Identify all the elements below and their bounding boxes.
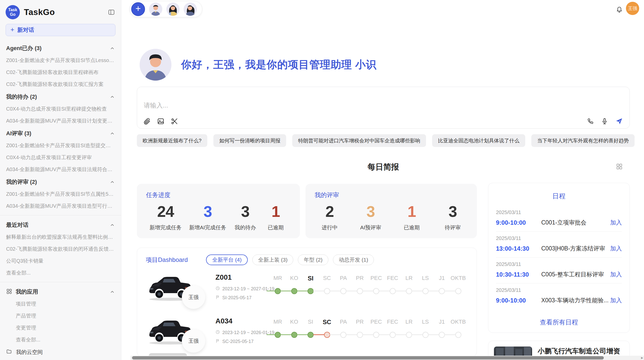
app-link[interactable]: 产品管理 <box>0 310 121 322</box>
sidebar-section-header[interactable]: Agent已办 (3) <box>0 42 121 54</box>
sidebar-task-item[interactable]: A034-全新新能源MUV产品开发项目计划变更表编写 <box>0 115 121 127</box>
sidebar-task-item[interactable]: Z001-全新燃油皮卡产品开发项目SI节点Lesson Learn报告 <box>0 54 121 66</box>
sidebar-section-header[interactable]: 我的待办 (2) <box>0 90 121 103</box>
milestone-connector <box>280 291 292 291</box>
sidebar-task-item[interactable]: Z001-全新燃油轻卡产品开发项目SI造型提交物评审 <box>0 140 121 152</box>
chat-input[interactable] <box>144 102 500 109</box>
milestone-dot <box>373 288 379 294</box>
scrollbar-right-arrow[interactable]: ▶ <box>641 356 643 359</box>
view-all-schedule-link[interactable]: 查看所有日程 <box>488 318 630 326</box>
project-row[interactable]: 王强Z0012023-12-19 ~ 2027-01-19SI-2025-05-… <box>147 272 471 303</box>
milestone-label: J1 <box>433 275 451 281</box>
sidebar-task-item[interactable]: C02-飞腾新能源轻客改款项目里程碑画布 <box>0 66 121 78</box>
sidebar-task-item[interactable]: C0X4-动力总成开发项目工程变更评审 <box>0 152 121 163</box>
sidebar-section-header[interactable]: AI评审 (3) <box>0 127 121 140</box>
recent-chats-header[interactable]: 最近对话 <box>0 218 121 231</box>
image-upload-icon[interactable] <box>157 117 165 125</box>
assistant-greeting-block: 你好，王强，我是你的项目管理助理 小识 <box>140 49 376 81</box>
milestone-label: OKTB <box>449 275 467 281</box>
milestone-label: PEC <box>367 275 385 281</box>
milestone-label: PEC <box>367 319 385 325</box>
schedule-event: 2025/03/1110:30-11:30C005-整车工程目标评审加入 <box>496 257 622 283</box>
recent-chat-item[interactable]: 公司Q3轻卡销量 <box>0 255 121 267</box>
join-meeting-link[interactable]: 加入 <box>610 219 622 227</box>
join-meeting-link[interactable]: 加入 <box>610 296 622 304</box>
layout-grid-icon[interactable] <box>616 163 623 171</box>
notification-bell-icon[interactable] <box>616 6 623 14</box>
sidebar-task-item[interactable]: A034-全新新能源MUV产品开发项目法规符合性评审 <box>0 163 121 175</box>
project-truck-image: 王强 <box>147 316 193 346</box>
event-name: X003-车辆动力学性能验... <box>541 296 608 304</box>
view-all-apps-link[interactable]: 查看全部... <box>0 334 121 346</box>
dashboard-tab[interactable]: 动总开发 (1) <box>333 254 374 265</box>
sidebar-task-item[interactable]: A034-全新新能源MUV产品开发项目造型可行性评审 <box>0 200 121 212</box>
suggestion-chip[interactable]: 如何写一份清晰的项目周报 <box>213 134 286 147</box>
sidebar-task-item[interactable]: C02-飞腾新能源轻客改款项目立项汇报方案 <box>0 78 121 90</box>
sidebar-task-item[interactable]: Z001-全新燃油轻卡产品开发项目SI节点属性5D文件评审 <box>0 188 121 200</box>
milestone-timeline: MRKOSISCPAPRPECFECLRLSJ1OKTB <box>270 272 471 303</box>
milestone-connector <box>395 334 407 335</box>
recent-chat-item[interactable]: C02-飞腾新能源轻客改款项目的闭环通告反馈情况 <box>0 243 121 255</box>
my-apps-header[interactable]: 我的应用 <box>0 285 121 298</box>
voice-call-icon[interactable] <box>587 118 594 125</box>
microphone-icon[interactable] <box>601 118 608 125</box>
input-actions <box>587 117 623 125</box>
agent-avatar-3[interactable] <box>184 3 197 16</box>
milestone-connector <box>297 291 308 291</box>
milestone-label: PA <box>334 275 352 281</box>
event-date: 2025/03/11 <box>496 235 622 241</box>
view-all-chats-link[interactable]: 查看全部... <box>0 267 121 279</box>
user-avatar[interactable]: 王强 <box>626 2 639 15</box>
project-code: A034 <box>215 317 268 325</box>
sidebar-link-star[interactable]: 我的收藏 <box>0 358 121 360</box>
event-name: C005-整车工程目标评审 <box>541 271 608 278</box>
stat-label: AI预评审 <box>359 224 382 231</box>
collapse-sidebar-icon[interactable] <box>108 9 115 16</box>
suggestion-chip[interactable]: 欧洲新规最近颁布了什么? <box>137 134 207 147</box>
assistant-avatar <box>140 49 171 81</box>
scrollbar-thumb[interactable] <box>132 356 604 359</box>
new-chat-button[interactable]: + 新对话 <box>6 24 115 36</box>
sidebar-section-header[interactable]: 我的评审 (2) <box>0 175 121 188</box>
recent-chat-item[interactable]: 解释最新出台的欧盟报废车法规再生塑料比例被调至15%... <box>0 231 121 243</box>
milestone-dot <box>390 288 396 294</box>
add-agent-button[interactable]: + <box>131 2 145 16</box>
send-icon[interactable] <box>615 117 623 125</box>
section-title: Agent已办 (3) <box>6 44 41 52</box>
milestone-label: KO <box>285 275 303 281</box>
milestone-label: SI <box>302 275 319 282</box>
join-meeting-link[interactable]: 加入 <box>610 271 622 278</box>
plus-icon: + <box>10 26 14 34</box>
suggestion-chip[interactable]: 当下年轻人对汽车外观有怎样的喜好趋势 <box>531 134 635 147</box>
milestone-connector <box>444 334 456 335</box>
milestone-timeline: MRKOSISCPAPRPECFECLRLSJ1OKTB <box>270 316 471 347</box>
app-link[interactable]: 变更管理 <box>0 322 121 334</box>
dashboard-tab[interactable]: 全新上装 (3) <box>252 254 294 265</box>
attachment-icon[interactable] <box>143 117 151 125</box>
join-meeting-link[interactable]: 加入 <box>610 245 622 252</box>
sidebar-link-folder[interactable]: 我的云空间 <box>0 346 121 358</box>
milestone-label: LS <box>417 319 434 325</box>
section-title: 我的待办 (2) <box>6 93 37 101</box>
clock-icon <box>215 330 220 336</box>
dashboard-tab[interactable]: 全新平台 (4) <box>206 254 248 265</box>
sidebar-task-item[interactable]: C0X4-动力总成开发项目SI里程碑提交物检查 <box>0 103 121 115</box>
milestone-label: LS <box>417 275 434 281</box>
event-main: 9:00-10:00X003-车辆动力学性能验...加入 <box>496 296 622 304</box>
project-row[interactable]: 王强A0342023-12-19 ~ 2026-01-19SC-2025-05-… <box>147 316 471 347</box>
event-name: C001-立项审批会 <box>541 219 608 227</box>
left-column: 任务进度24新增完成任务3新增AI完成任务3我的待办1已逾期我的评审2进行中3A… <box>137 183 477 360</box>
agent-avatar-1[interactable] <box>149 3 162 16</box>
dashboard-header: 项目Dashboard 全新平台 (4)全新上装 (3)年型 (2)动总开发 (… <box>137 248 477 265</box>
suggestion-chip[interactable]: 比亚迪全固态电池计划具体说了什么 <box>432 134 525 147</box>
screenshot-scissors-icon[interactable] <box>171 117 178 125</box>
agent-avatar-2[interactable] <box>166 3 180 16</box>
my-apps-title: 我的应用 <box>16 288 38 296</box>
milestone-dot <box>308 288 314 294</box>
dashboard-tab[interactable]: 年型 (2) <box>298 254 328 265</box>
app-link[interactable]: 项目管理 <box>0 298 121 310</box>
daily-brief-header: 每日简报 <box>137 162 630 173</box>
project-dashboard-card: 项目Dashboard 全新平台 (4)全新上装 (3)年型 (2)动总开发 (… <box>137 248 477 356</box>
suggestion-chip[interactable]: 特朗普可能对进口汽车增税会对中国车企造成哪些影响 <box>292 134 426 147</box>
milestone-connector <box>267 334 276 335</box>
